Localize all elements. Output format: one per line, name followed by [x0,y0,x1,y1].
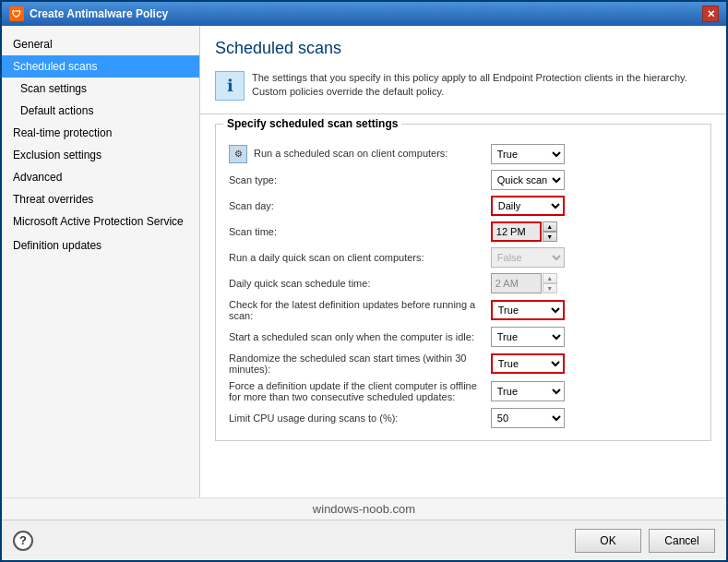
table-row: Check for the latest definition updates … [225,296,701,324]
title-bar: 🛡 Create Antimalware Policy ✕ [2,2,726,26]
setting-label: Scan day: [225,193,487,219]
table-row: Scan type: Quick scan Full scan [225,167,701,193]
sidebar-item-advanced[interactable]: Advanced [2,166,199,188]
daily-spinbox-up-button[interactable]: ▲ [543,273,557,283]
cancel-button[interactable]: Cancel [649,529,715,553]
ok-button[interactable]: OK [575,529,641,553]
setting-label: Randomize the scheduled scan start times… [225,350,487,377]
setting-label: Force a definition update if the client … [225,377,487,405]
watermark: windows-noob.com [2,497,726,520]
main-panel: Scheduled scans ℹ The settings that you … [200,26,726,497]
table-row: ⚙ Run a scheduled scan on client compute… [225,141,701,167]
check-definition-updates-select[interactable]: True False [491,300,565,320]
spinbox-buttons: ▲ ▼ [543,221,557,242]
setting-label: Run a daily quick scan on client compute… [225,245,487,270]
scan-type-select[interactable]: Quick scan Full scan [491,170,565,190]
setting-label: Start a scheduled scan only when the com… [225,324,487,350]
setting-value: True False [487,377,701,405]
window-title: Create Antimalware Policy [30,7,168,20]
window-icon: 🛡 [9,6,24,21]
cpu-usage-select[interactable]: 50 25 75 100 [491,408,565,428]
main-body: Specify scheduled scan settings ⚙ Run a … [200,114,726,497]
scan-time-input[interactable] [491,221,542,242]
daily-scan-time-spinbox: ▲ ▼ [491,273,698,293]
table-row: Scan time: ▲ ▼ [225,219,701,245]
spinbox-up-button[interactable]: ▲ [543,221,557,232]
start-when-idle-select[interactable]: True False [491,327,565,347]
section-content: ⚙ Run a scheduled scan on client compute… [225,141,701,431]
scan-time-spinbox: ▲ ▼ [491,221,698,242]
daily-spinbox-down-button[interactable]: ▼ [543,283,557,293]
setting-value: True False [487,350,701,377]
run-scheduled-scan-select[interactable]: True False [491,144,565,164]
info-box: ℹ The settings that you specify in this … [215,66,711,106]
help-button[interactable]: ? [13,531,33,551]
table-row: Force a definition update if the client … [225,377,701,405]
footer-left: ? [13,531,33,551]
spinbox-down-button[interactable]: ▼ [543,232,557,242]
sidebar-item-default-actions[interactable]: Default actions [2,100,199,122]
scan-day-select[interactable]: Daily Sunday Monday Tuesday Wednesday Th… [491,196,565,216]
table-row: Randomize the scheduled scan start times… [225,350,701,377]
setting-label: Limit CPU usage during scans to (%): [225,405,487,431]
settings-table: ⚙ Run a scheduled scan on client compute… [225,141,701,431]
sidebar-item-real-time-protection[interactable]: Real-time protection [2,122,199,144]
footer-right: OK Cancel [575,529,715,553]
spinbox-buttons-2: ▲ ▼ [543,273,557,293]
sidebar: General Scheduled scans Scan settings De… [2,26,200,497]
setting-label: Daily quick scan schedule time: [225,270,487,296]
footer: ? OK Cancel [2,520,726,560]
randomize-start-times-select[interactable]: True False [491,353,565,374]
info-text: The settings that you specify in this po… [252,71,711,100]
table-row: Limit CPU usage during scans to (%): 50 … [225,405,701,431]
watermark-text: windows-noob.com [313,502,415,516]
setting-value: Quick scan Full scan [487,167,701,193]
setting-value: True False [487,296,701,324]
daily-scan-time-input[interactable] [491,273,542,293]
section-title: Specify scheduled scan settings [223,117,401,130]
setting-value: False True [487,245,701,270]
sidebar-item-microsoft-active-protection[interactable]: Microsoft Active Protection Service [2,210,199,234]
table-row: Scan day: Daily Sunday Monday Tuesday We… [225,193,701,219]
sidebar-item-scan-settings[interactable]: Scan settings [2,78,199,100]
setting-label: Check for the latest definition updates … [225,296,487,324]
daily-quick-scan-select[interactable]: False True [491,247,565,268]
content-area: General Scheduled scans Scan settings De… [2,26,726,497]
sidebar-item-exclusion-settings[interactable]: Exclusion settings [2,144,199,166]
setting-label: Scan type: [225,167,487,193]
sidebar-item-threat-overrides[interactable]: Threat overrides [2,188,199,210]
table-row: Daily quick scan schedule time: ▲ ▼ [225,270,701,296]
info-icon: ℹ [215,71,245,101]
setting-value: 50 25 75 100 [487,405,701,431]
page-title: Scheduled scans [215,39,711,58]
table-row: Run a daily quick scan on client compute… [225,245,701,270]
setting-label: ⚙ Run a scheduled scan on client compute… [225,141,487,167]
setting-value: True False [487,324,701,350]
force-definition-update-select[interactable]: True False [491,381,565,401]
section-box: Specify scheduled scan settings ⚙ Run a … [215,124,711,441]
setting-label: Scan time: [225,219,487,245]
sidebar-item-definition-updates[interactable]: Definition updates [2,234,199,257]
setting-value: ▲ ▼ [487,219,701,245]
sidebar-item-scheduled-scans[interactable]: Scheduled scans [2,55,199,78]
setting-value: Daily Sunday Monday Tuesday Wednesday Th… [487,193,701,219]
main-header: Scheduled scans ℹ The settings that you … [200,26,726,114]
main-window: 🛡 Create Antimalware Policy ✕ General Sc… [0,0,728,562]
setting-value: ▲ ▼ [487,270,701,296]
close-button[interactable]: ✕ [702,6,719,22]
setting-value: True False [487,141,701,167]
table-row: Start a scheduled scan only when the com… [225,324,701,350]
sidebar-item-general[interactable]: General [2,33,199,55]
row-icon: ⚙ [229,145,247,163]
